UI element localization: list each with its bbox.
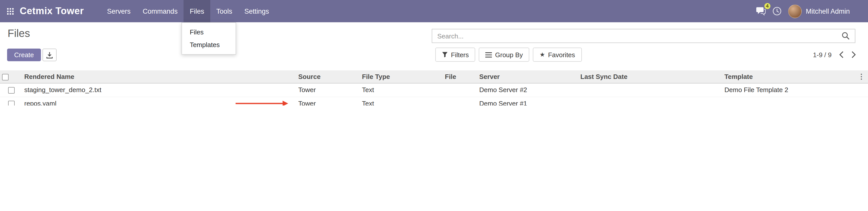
row-checkbox-cell: [0, 97, 22, 106]
filters-label: Filters: [451, 51, 469, 58]
cell-rendered-name[interactable]: staging_tower_demo_2.txt: [22, 83, 296, 97]
menu-servers[interactable]: Servers: [101, 0, 137, 22]
apps-grid-icon: [7, 8, 14, 14]
dropdown-item-files[interactable]: Files: [182, 26, 236, 38]
messages-count-badge: 4: [764, 3, 770, 9]
messages-button[interactable]: 4: [756, 7, 766, 16]
menu-files-label: Files: [190, 7, 204, 15]
row-checkbox-cell: [0, 83, 22, 97]
funnel-icon: [442, 52, 448, 58]
select-all-checkbox-cell: [0, 70, 22, 83]
chevron-right-icon: [851, 51, 856, 58]
files-dropdown-menu: Files Templates: [182, 22, 236, 55]
chevron-left-icon: [839, 51, 844, 58]
list-icon: [486, 52, 492, 57]
cell-template: [722, 97, 868, 106]
column-header-file-type[interactable]: File Type: [360, 70, 443, 83]
magnifier-icon: [842, 32, 850, 40]
chat-bubble-icon: [756, 7, 766, 16]
menu-servers-label: Servers: [107, 7, 131, 15]
pager-range: 1-9 / 9: [813, 51, 832, 58]
cell-server: Demo Server #2: [477, 83, 578, 97]
user-name: Mitchell Admin: [806, 7, 850, 15]
select-all-checkbox[interactable]: [2, 74, 9, 81]
pager: 1-9 / 9: [813, 48, 856, 62]
search-button[interactable]: [837, 32, 855, 40]
export-button[interactable]: [42, 49, 57, 61]
cell-file-type: Text: [360, 97, 443, 106]
cell-last-sync-date: [578, 83, 722, 97]
app-brand: Cetmix Tower: [20, 0, 84, 22]
column-header-template[interactable]: Template ⋮: [722, 70, 868, 83]
favorites-button[interactable]: ★ Favorites: [533, 48, 582, 62]
dropdown-item-templates[interactable]: Templates: [182, 38, 236, 51]
cell-file: [443, 83, 477, 97]
table-header-row: Rendered Name Source File Type File Serv…: [0, 70, 868, 83]
cell-source: Tower: [296, 97, 360, 106]
cell-source: Tower: [296, 83, 360, 97]
download-icon: [46, 51, 53, 58]
favorites-label: Favorites: [548, 51, 575, 58]
menu-files[interactable]: Files Files Templates: [184, 0, 210, 22]
filters-button[interactable]: Filters: [435, 48, 475, 62]
table-row[interactable]: staging_tower_demo_2.txt Tower Text Demo…: [0, 83, 868, 97]
star-icon: ★: [540, 52, 545, 58]
files-list-table: Rendered Name Source File Type File Serv…: [0, 70, 868, 106]
apps-menu-button[interactable]: [0, 0, 20, 22]
cell-file: [443, 97, 477, 106]
column-header-rendered-name[interactable]: Rendered Name: [22, 70, 296, 83]
cell-server: Demo Server #1: [477, 97, 578, 106]
search-input[interactable]: [432, 32, 837, 40]
table-body: staging_tower_demo_2.txt Tower Text Demo…: [0, 83, 868, 106]
files-page: Cetmix Tower Servers Commands Files File…: [0, 0, 868, 106]
group-by-label: Group By: [495, 51, 523, 58]
menu-settings-label: Settings: [244, 7, 269, 15]
column-header-last-sync-date[interactable]: Last Sync Date: [578, 70, 722, 83]
cell-file-type: Text: [360, 83, 443, 97]
optional-columns-toggle vertical-dots-icon[interactable]: ⋮: [858, 72, 865, 81]
navbar-right: 4 Mitchell Admin: [756, 0, 868, 22]
top-navbar: Cetmix Tower Servers Commands Files File…: [0, 0, 868, 22]
group-by-button[interactable]: Group By: [479, 48, 530, 62]
pager-previous-button[interactable]: [839, 51, 844, 58]
search-options: Filters Group By ★ Favorites: [435, 48, 582, 62]
main-menu: Servers Commands Files Files Templates T…: [101, 0, 275, 22]
menu-settings[interactable]: Settings: [238, 0, 275, 22]
control-panel: Files Create Filters: [0, 22, 868, 70]
column-header-file[interactable]: File: [443, 70, 477, 83]
activities-button[interactable]: [772, 7, 781, 16]
cell-rendered-name[interactable]: repos.yaml: [22, 97, 296, 106]
table-row[interactable]: repos.yaml Tower Text Demo Server #1: [0, 97, 868, 106]
create-button[interactable]: Create: [7, 49, 41, 61]
pager-next-button[interactable]: [851, 51, 856, 58]
column-header-source[interactable]: Source: [296, 70, 360, 83]
menu-commands-label: Commands: [143, 7, 178, 15]
column-header-server[interactable]: Server: [477, 70, 578, 83]
cell-last-sync-date: [578, 97, 722, 106]
row-checkbox[interactable]: [8, 87, 14, 94]
menu-commands[interactable]: Commands: [137, 0, 184, 22]
menu-tools[interactable]: Tools: [210, 0, 238, 22]
cell-template: Demo File Template 2: [722, 83, 868, 97]
search-box: [432, 29, 855, 43]
menu-tools-label: Tools: [216, 7, 232, 15]
row-checkbox[interactable]: [8, 101, 14, 106]
page-title: Files: [8, 27, 30, 39]
clock-icon: [772, 7, 781, 16]
user-menu[interactable]: Mitchell Admin: [788, 4, 850, 18]
user-avatar: [788, 4, 802, 18]
